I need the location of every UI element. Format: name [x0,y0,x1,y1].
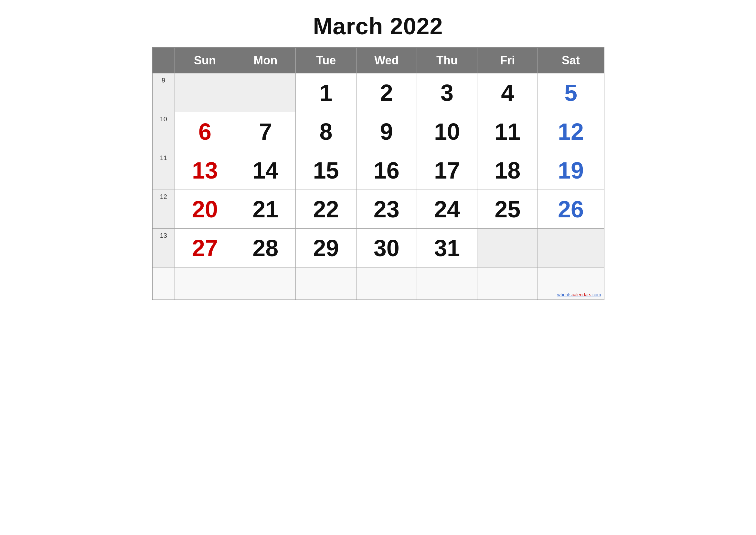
day-cell: 29 [296,229,356,268]
day-cell: 1 [296,73,356,112]
empty-row: whenIscalendars.com [152,268,604,300]
week-row: 1220212223242526 [152,190,604,229]
header-row: Sun Mon Tue Wed Thu Fri Sat [152,47,604,73]
header-tue: Tue [296,47,356,73]
day-cell: 22 [296,190,356,229]
week-number: 9 [152,73,175,112]
day-cell: 8 [296,112,356,151]
day-cell: 24 [417,190,477,229]
week-row: 912345 [152,73,604,112]
day-cell: 20 [175,190,235,229]
day-cell: 13 [175,151,235,190]
empty-day-cell [477,268,538,300]
header-no [152,47,175,73]
day-cell: 23 [356,190,417,229]
week-row: 1113141516171819 [152,151,604,190]
day-cell: 17 [417,151,477,190]
day-cell: 11 [477,112,538,151]
day-cell [175,73,235,112]
day-cell [477,229,538,268]
day-cell: 4 [477,73,538,112]
day-cell: 27 [175,229,235,268]
day-cell: 14 [235,151,296,190]
header-mon: Mon [235,47,296,73]
day-cell [235,73,296,112]
day-cell: 9 [356,112,417,151]
day-cell: 28 [235,229,296,268]
calendar-container: March 2022 Sun Mon Tue Wed Thu Fri Sat 9… [152,13,605,300]
day-cell: 19 [538,151,604,190]
empty-day-cell [296,268,356,300]
week-number: 10 [152,112,175,151]
week-number: 13 [152,229,175,268]
day-cell: 25 [477,190,538,229]
header-wed: Wed [356,47,417,73]
header-thu: Thu [417,47,477,73]
week-row: 132728293031 [152,229,604,268]
header-fri: Fri [477,47,538,73]
day-cell: 15 [296,151,356,190]
day-cell: 16 [356,151,417,190]
calendar-title: March 2022 [152,13,605,40]
week-number: 11 [152,151,175,190]
day-cell: 6 [175,112,235,151]
day-cell: 5 [538,73,604,112]
day-cell: 12 [538,112,604,151]
empty-week-num [152,268,175,300]
empty-day-cell [175,268,235,300]
watermark-link[interactable]: whenIscalendars.com [557,292,601,297]
day-cell: 10 [417,112,477,151]
calendar-table: Sun Mon Tue Wed Thu Fri Sat 912345106789… [152,47,605,300]
day-cell [538,229,604,268]
day-cell: 2 [356,73,417,112]
watermark-cell: whenIscalendars.com [538,268,604,300]
empty-day-cell [235,268,296,300]
header-sun: Sun [175,47,235,73]
empty-day-cell [356,268,417,300]
empty-day-cell [417,268,477,300]
day-cell: 7 [235,112,296,151]
day-cell: 31 [417,229,477,268]
header-sat: Sat [538,47,604,73]
day-cell: 18 [477,151,538,190]
week-row: 106789101112 [152,112,604,151]
day-cell: 21 [235,190,296,229]
day-cell: 3 [417,73,477,112]
day-cell: 26 [538,190,604,229]
day-cell: 30 [356,229,417,268]
week-number: 12 [152,190,175,229]
